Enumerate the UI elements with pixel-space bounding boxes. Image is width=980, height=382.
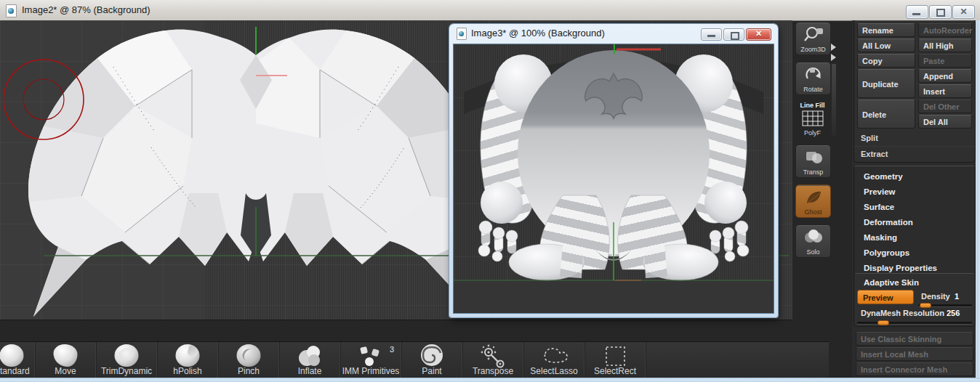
- brush-imm-primitives[interactable]: 3 IMM Primitives: [340, 342, 402, 378]
- move-brush-icon: [54, 344, 78, 367]
- section-surface[interactable]: Surface: [854, 200, 975, 215]
- use-classic-skinning-button[interactable]: Use Classic Skinning: [856, 332, 973, 346]
- document-icon: [457, 28, 467, 40]
- density-slider[interactable]: [918, 304, 972, 307]
- section-deformation[interactable]: Deformation: [854, 215, 975, 230]
- section-preview[interactable]: Preview: [854, 184, 975, 200]
- minimize-icon: [912, 13, 920, 15]
- window-right-border: [976, 20, 980, 382]
- insert-local-mesh-button[interactable]: Insert Local Mesh: [856, 347, 973, 361]
- brush-paint[interactable]: Paint: [401, 342, 463, 378]
- inner-window-title: Image3* @ 100% (Background): [471, 28, 605, 38]
- brush-trimdynamic[interactable]: TrimDynamic: [96, 342, 158, 378]
- insert-button[interactable]: Insert: [918, 84, 972, 98]
- panel-divider-handle[interactable]: [831, 44, 836, 137]
- sculpt-mesh-image3: [454, 44, 774, 313]
- divider-grip: [832, 64, 836, 137]
- section-geometry[interactable]: Geometry: [854, 169, 975, 184]
- paint-brush-icon: [417, 344, 446, 368]
- brush-standard[interactable]: tandard: [0, 342, 36, 378]
- del-all-button[interactable]: Del All: [918, 115, 972, 129]
- ghost-icon: [803, 188, 824, 207]
- trimdynamic-brush-icon: [115, 344, 139, 367]
- close-icon: ✕: [953, 7, 974, 17]
- section-polygroups[interactable]: Polygroups: [854, 245, 975, 261]
- del-other-button[interactable]: Del Other: [918, 99, 972, 113]
- density-slider-handle[interactable]: [920, 303, 931, 308]
- rotate-button[interactable]: Rotate: [795, 62, 831, 95]
- minimize-icon: [707, 35, 715, 37]
- zbrush-app-window: Image2* @ 87% (Background) ✕: [0, 0, 980, 382]
- zoom3d-button[interactable]: Zoom3D: [795, 22, 831, 55]
- polyframe-button[interactable]: Line Fill PolyF: [795, 102, 830, 138]
- dynamesh-label: DynaMesh Resolution 256: [861, 309, 960, 317]
- imm-badge: 3: [390, 345, 394, 354]
- imm-primitives-icon: [355, 344, 387, 368]
- skinning-buttons-group: Use Classic Skinning Insert Local Mesh I…: [854, 330, 976, 378]
- inner-document-canvas[interactable]: [453, 44, 774, 314]
- subpalette-list-group: Geometry Preview Surface Deformation Mas…: [854, 166, 976, 277]
- main-window-titlebar[interactable]: Image2* @ 87% (Background) ✕: [0, 0, 980, 21]
- rotate-icon: [803, 65, 824, 84]
- subtool-actions-group: Rename AutoReorder All Low All High Copy…: [854, 20, 976, 163]
- rename-button[interactable]: Rename: [857, 23, 915, 37]
- document-icon: [6, 4, 17, 17]
- paste-button[interactable]: Paste: [918, 54, 972, 68]
- duplicate-button[interactable]: Duplicate: [857, 69, 915, 98]
- section-masking[interactable]: Masking: [854, 230, 975, 245]
- solo-icon: [803, 228, 824, 247]
- restore-icon: [731, 32, 739, 40]
- dynamesh-slider-handle[interactable]: [877, 320, 889, 325]
- close-button[interactable]: ✕: [952, 5, 975, 19]
- brush-pinch[interactable]: Pinch: [218, 342, 280, 378]
- inner-document-window[interactable]: Image3* @ 100% (Background) ✕: [449, 24, 778, 317]
- hpolish-brush-icon: [176, 344, 200, 367]
- all-low-button[interactable]: All Low: [857, 38, 915, 52]
- delete-button[interactable]: Delete: [857, 99, 915, 129]
- brush-inflate[interactable]: Inflate: [279, 342, 341, 378]
- adaptive-skin-header[interactable]: Adaptive Skin: [854, 275, 975, 290]
- tool-selectlasso[interactable]: SelectLasso: [523, 342, 585, 378]
- solo-button[interactable]: Solo: [795, 224, 831, 258]
- adaptive-skin-group: Adaptive Skin Preview Density 1 DynaMesh…: [854, 273, 976, 327]
- density-label: Density 1: [921, 292, 959, 301]
- autoreorder-button[interactable]: AutoReorder: [918, 23, 972, 37]
- maximize-button[interactable]: [929, 5, 952, 19]
- append-button[interactable]: Append: [918, 69, 972, 83]
- dynamesh-value: 256: [947, 309, 960, 317]
- brush-move[interactable]: Move: [35, 342, 97, 378]
- dynamesh-resolution-slider[interactable]: [857, 322, 972, 325]
- collapse-arrow-icon: [831, 44, 836, 51]
- close-icon: ✕: [747, 29, 771, 38]
- inner-close-button[interactable]: ✕: [746, 28, 771, 41]
- inner-restore-button[interactable]: [723, 28, 744, 41]
- inner-minimize-button[interactable]: [701, 28, 722, 41]
- brush-shelf: tandard Move TrimDynamic hPolish Pinch I…: [0, 341, 829, 378]
- minimize-button[interactable]: [906, 5, 928, 19]
- tool-transpose[interactable]: Transpose: [462, 342, 524, 378]
- brush-hpolish[interactable]: hPolish: [157, 342, 219, 378]
- inner-window-titlebar[interactable]: Image3* @ 100% (Background) ✕: [449, 24, 778, 43]
- ghost-button[interactable]: Ghost: [795, 184, 831, 218]
- copy-button[interactable]: Copy: [857, 54, 915, 68]
- maximize-icon: [936, 9, 945, 17]
- pinch-brush-icon: [237, 344, 261, 367]
- insert-connector-mesh-button[interactable]: Insert Connector Mesh: [856, 362, 973, 376]
- zoom3d-icon: [803, 25, 824, 44]
- standard-brush-icon: [0, 344, 24, 367]
- tool-selectrect[interactable]: SelectRect: [585, 342, 646, 378]
- collapse-arrow-icon: [831, 54, 836, 61]
- subtool-panel: Rename AutoReorder All Low All High Copy…: [852, 20, 976, 378]
- inflate-brush-icon: [295, 344, 324, 368]
- density-value: 1: [955, 292, 959, 301]
- extract-row[interactable]: Extract: [854, 146, 975, 160]
- main-window-title: Image2* @ 87% (Background): [22, 4, 150, 15]
- transparency-icon: [803, 148, 824, 167]
- window-bottom-border: [0, 378, 980, 382]
- polyframe-grid-icon: [801, 110, 824, 127]
- all-high-button[interactable]: All High: [918, 38, 972, 52]
- transparency-button[interactable]: Transp: [795, 145, 831, 178]
- split-row[interactable]: Split: [854, 131, 975, 145]
- view-toolbar: Zoom3D Rotate Line Fill PolyF: [795, 22, 830, 264]
- adaptive-skin-preview-button[interactable]: Preview: [857, 290, 914, 304]
